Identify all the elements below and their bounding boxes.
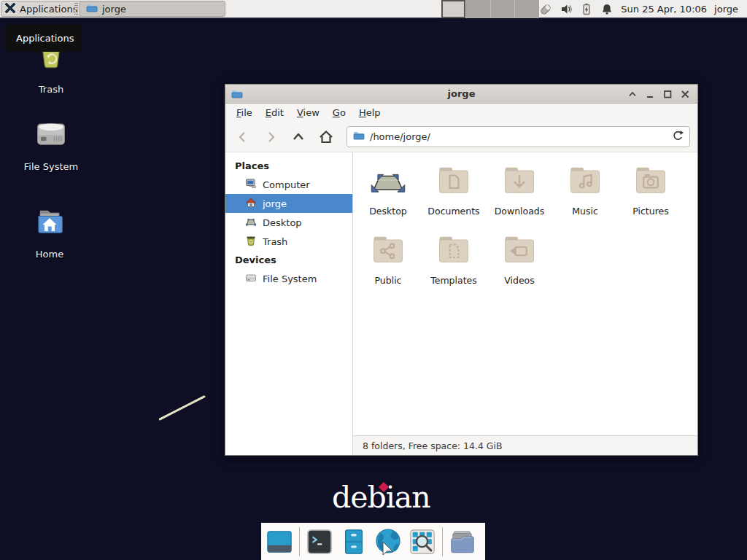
- templates-folder-icon: [435, 230, 473, 271]
- folder-item-documents[interactable]: Documents: [421, 161, 487, 230]
- trash-small-icon: [245, 235, 257, 249]
- sidebar-item-desktop[interactable]: Desktop: [225, 213, 352, 232]
- file-manager-window: jorge File Edit View Go Help: [225, 84, 698, 456]
- applications-tooltip: Applications: [6, 24, 82, 52]
- minimize-button[interactable]: [643, 88, 657, 101]
- panel-grip[interactable]: [74, 3, 78, 15]
- menu-help[interactable]: Help: [352, 105, 387, 120]
- desktop-large-icon: [369, 161, 407, 202]
- statusbar-text: 8 folders, Free space: 14.4 GiB: [363, 440, 503, 451]
- menubar: File Edit View Go Help: [225, 104, 697, 122]
- pictures-folder-icon: [632, 161, 670, 202]
- videos-folder-icon: [500, 230, 538, 271]
- main-pane: Desktop Documents Downloads: [353, 152, 697, 455]
- toolbar: /home/jorge/: [225, 122, 697, 152]
- statusbar: 8 folders, Free space: 14.4 GiB: [353, 435, 697, 455]
- menu-edit[interactable]: Edit: [259, 105, 290, 120]
- menu-view[interactable]: View: [290, 105, 326, 120]
- shade-button[interactable]: [626, 88, 639, 101]
- sidebar-item-trash[interactable]: Trash: [225, 232, 352, 251]
- folder-item-label: Videos: [504, 275, 535, 286]
- desktop-icon-home-label: Home: [36, 249, 63, 260]
- workspace-4[interactable]: [515, 0, 539, 18]
- music-folder-icon: [566, 161, 604, 202]
- sidebar-item-computer-label: Computer: [263, 179, 310, 190]
- folder-item-templates[interactable]: Templates: [421, 230, 487, 300]
- home-button[interactable]: [314, 127, 338, 147]
- desktop-icon-file-system[interactable]: File System: [18, 115, 85, 172]
- applications-menu-button[interactable]: Applications: [1, 1, 83, 17]
- wallpaper-line-artifact: [158, 395, 206, 421]
- location-bar[interactable]: /home/jorge/: [347, 126, 690, 147]
- folder-item-public[interactable]: Public: [355, 230, 421, 300]
- taskbar-window-button[interactable]: jorge: [80, 1, 225, 17]
- sidebar-header-places: Places: [225, 157, 352, 175]
- desktop-icon-trash-label: Trash: [39, 84, 63, 95]
- volume-icon[interactable]: [560, 3, 573, 16]
- web-browser-launcher[interactable]: [374, 527, 403, 556]
- close-button[interactable]: [678, 88, 692, 101]
- taskbar-window-label: jorge: [102, 4, 126, 15]
- reload-icon[interactable]: [672, 130, 684, 144]
- notifications-bell-icon[interactable]: [600, 3, 614, 16]
- workspace-switcher[interactable]: [441, 0, 539, 18]
- folder-item-downloads[interactable]: Downloads: [487, 161, 552, 230]
- folder-item-videos[interactable]: Videos: [487, 230, 552, 300]
- computer-icon: [245, 178, 257, 192]
- up-button[interactable]: [287, 127, 310, 147]
- documents-folder-icon: [435, 161, 473, 202]
- desktop-icon: [245, 216, 257, 230]
- sidebar-item-computer[interactable]: Computer: [225, 175, 352, 194]
- titlebar[interactable]: jorge: [225, 85, 697, 104]
- workspace-1[interactable]: [441, 0, 466, 18]
- sidebar-header-devices: Devices: [225, 251, 352, 269]
- debian-logo: debian: [332, 480, 434, 518]
- folder-item-label: Templates: [430, 275, 477, 286]
- show-desktop-button[interactable]: [265, 527, 294, 556]
- menu-file[interactable]: File: [230, 105, 259, 120]
- window-controls: [626, 85, 692, 104]
- xfce-applications-icon: [4, 2, 16, 16]
- folder-item-desktop[interactable]: Desktop: [355, 161, 421, 230]
- sidebar-item-trash-label: Trash: [263, 236, 287, 247]
- user-label[interactable]: jorge: [714, 4, 738, 15]
- window-folder-icon: [231, 88, 243, 103]
- dock: [261, 523, 485, 560]
- sidebar-item-file-system[interactable]: File System: [225, 269, 352, 288]
- workspace-3[interactable]: [491, 0, 516, 18]
- folder-menu-launcher[interactable]: [448, 527, 477, 556]
- app-finder-launcher[interactable]: [408, 527, 437, 556]
- file-manager-launcher[interactable]: [339, 527, 368, 556]
- menu-go[interactable]: Go: [326, 105, 352, 120]
- back-button[interactable]: [231, 127, 255, 147]
- folder-item-label: Desktop: [369, 206, 407, 217]
- home-icon: [245, 197, 257, 211]
- folder-item-label: Pictures: [632, 206, 669, 217]
- desktop-icon-home[interactable]: Home: [16, 203, 83, 260]
- folder-item-label: Documents: [427, 206, 479, 217]
- applications-tooltip-text: Applications: [16, 33, 74, 44]
- drive-icon: [245, 272, 257, 286]
- terminal-launcher[interactable]: [305, 527, 334, 556]
- folder-item-pictures[interactable]: Pictures: [618, 161, 684, 230]
- maximize-button[interactable]: [661, 88, 674, 101]
- sidebar-item-desktop-label: Desktop: [263, 217, 302, 228]
- sidebar-item-jorge-label: jorge: [263, 198, 287, 209]
- location-path[interactable]: /home/jorge/: [370, 131, 667, 142]
- top-panel: Applications jorge: [0, 0, 747, 18]
- forward-button[interactable]: [259, 127, 282, 147]
- sidebar-item-jorge[interactable]: jorge: [225, 194, 352, 213]
- battery-icon[interactable]: [580, 3, 593, 16]
- dock-separator: [299, 527, 300, 556]
- folder-item-label: Music: [572, 206, 598, 217]
- downloads-folder-icon: [500, 161, 538, 202]
- sidebar: Places Computer jorge: [225, 152, 353, 455]
- hard-drive-icon: [32, 115, 70, 156]
- mouse-tray-icon[interactable]: [539, 3, 552, 16]
- folder-item-music[interactable]: Music: [552, 161, 618, 230]
- clock[interactable]: Sun 25 Apr, 10:06: [621, 4, 707, 15]
- workspace-2[interactable]: [466, 0, 491, 18]
- location-folder-icon: [353, 130, 365, 144]
- folder-item-label: Downloads: [495, 206, 545, 217]
- dock-separator: [442, 527, 443, 556]
